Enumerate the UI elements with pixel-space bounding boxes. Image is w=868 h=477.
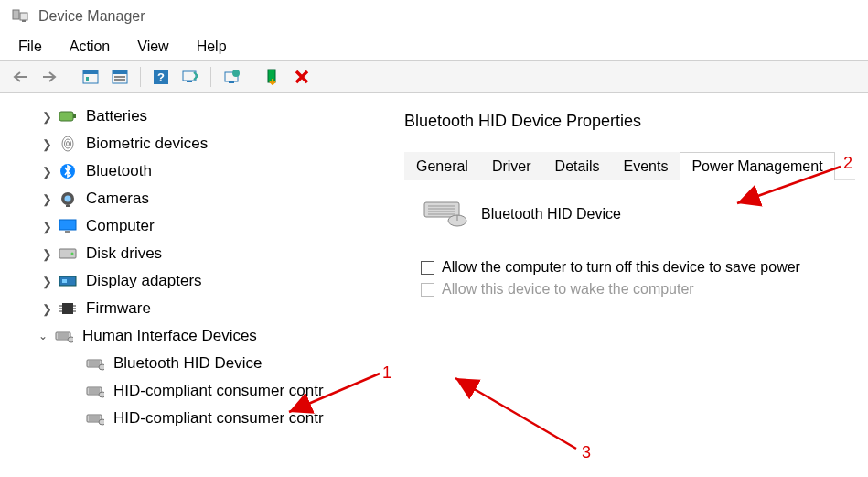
tree-item-hid-consumer-2[interactable]: HID-compliant consumer contr [0,405,391,432]
svg-rect-26 [66,205,70,207]
toolbar-separator [70,67,70,87]
svg-rect-9 [114,79,125,81]
tab-driver[interactable]: Driver [480,152,543,180]
svg-point-25 [65,196,71,202]
show-hidden-button[interactable] [78,64,103,90]
svg-text:?: ? [157,70,165,84]
svg-rect-1 [20,13,27,20]
checkbox-icon[interactable] [421,261,434,275]
forward-button[interactable] [37,64,62,90]
tree-item-bluetooth-hid[interactable]: Bluetooth HID Device [0,350,391,377]
scan-hardware-button[interactable] [177,64,203,90]
svg-rect-28 [65,231,70,233]
menu-view[interactable]: View [132,37,174,57]
chevron-down-icon[interactable]: ⌄ [37,330,49,342]
svg-rect-32 [62,279,67,283]
titlebar: Device Manager [0,0,868,33]
svg-rect-60 [424,202,459,217]
tree-item-cameras[interactable]: ❯ Cameras [0,185,391,212]
bluetooth-icon [59,162,77,180]
hid-icon [55,327,73,345]
tree-item-label: Bluetooth [86,162,152,180]
menu-action[interactable]: Action [64,37,115,57]
chevron-right-icon[interactable]: ❯ [40,275,53,288]
tree-item-disk-drives[interactable]: ❯ Disk drives [0,240,391,267]
hid-icon [86,354,104,373]
checkbox-allow-turn-off[interactable]: Allow the computer to turn off this devi… [404,256,855,278]
tree-item-label: HID-compliant consumer contr [113,409,324,428]
svg-rect-15 [229,81,234,83]
svg-point-54 [99,392,104,397]
toolbar: ? [0,60,868,93]
tab-general[interactable]: General [404,152,480,180]
properties-button[interactable] [107,64,133,90]
tab-events[interactable]: Events [612,152,680,180]
tree-item-biometric[interactable]: ❯ Biometric devices [0,130,391,157]
toolbar-separator [210,67,211,87]
fingerprint-icon [59,135,77,153]
svg-point-16 [232,70,240,77]
tree-item-label: Human Interface Devices [82,327,257,345]
tree-item-display-adapters[interactable]: ❯ Display adapters [0,267,391,295]
svg-point-21 [65,139,71,148]
properties-panel: Bluetooth HID Device Properties General … [391,93,868,477]
device-name: Bluetooth HID Device [481,206,621,222]
checkbox-icon [421,283,434,297]
svg-point-44 [68,337,73,342]
tree-item-bluetooth[interactable]: ❯ Bluetooth [0,157,391,185]
tree-item-firmware[interactable]: ❯ Firmware [0,295,391,322]
device-tree[interactable]: ❯ Batteries ❯ Biometric devices ❯ Blueto… [0,93,391,477]
back-button[interactable] [7,64,33,90]
tree-item-computer[interactable]: ❯ Computer [0,212,391,240]
enable-device-button[interactable] [260,64,285,90]
chevron-right-icon[interactable]: ❯ [40,302,53,316]
svg-rect-5 [86,77,89,81]
tree-item-label: Display adapters [86,272,202,290]
svg-point-59 [99,419,104,425]
properties-tabs: General Driver Details Events Power Mana… [404,151,855,180]
svg-point-22 [67,142,70,146]
tab-power-management[interactable]: Power Management [680,152,834,180]
menu-file[interactable]: File [13,37,48,57]
svg-rect-4 [83,70,98,74]
svg-point-20 [62,136,73,151]
tree-item-label: Computer [86,217,155,235]
checkbox-allow-wake: Allow this device to wake the computer [404,278,855,300]
tree-item-hid[interactable]: ⌄ Human Interface Devices [0,322,391,350]
chevron-right-icon[interactable]: ❯ [40,137,53,151]
chevron-right-icon[interactable]: ❯ [40,110,53,124]
menu-help[interactable]: Help [191,37,232,57]
help-button[interactable]: ? [148,64,174,90]
svg-point-49 [99,364,104,370]
tree-item-label: Cameras [86,190,149,208]
chip-icon [59,299,77,318]
uninstall-device-button[interactable] [289,64,315,90]
properties-title: Bluetooth HID Device Properties [404,112,855,151]
menubar: File Action View Help [0,33,868,60]
tree-item-hid-consumer-1[interactable]: HID-compliant consumer contr [0,377,391,405]
checkbox-label: Allow this device to wake the computer [442,281,694,298]
svg-rect-8 [114,76,125,78]
window-title: Device Manager [38,8,145,25]
svg-point-30 [71,253,74,255]
svg-rect-2 [22,20,26,22]
hid-icon [86,409,104,428]
svg-rect-33 [62,303,73,314]
update-driver-button[interactable] [219,64,244,90]
hid-device-icon [421,197,468,231]
svg-rect-18 [59,112,73,121]
monitor-icon [59,217,77,235]
device-manager-icon [11,7,29,26]
camera-icon [59,190,77,208]
tree-item-label: Biometric devices [86,135,208,153]
gpu-icon [59,272,77,290]
svg-rect-19 [73,114,76,118]
chevron-right-icon[interactable]: ❯ [40,165,53,179]
tree-item-batteries[interactable]: ❯ Batteries [0,103,391,130]
tree-item-label: Disk drives [86,244,162,263]
tab-details[interactable]: Details [543,152,612,180]
chevron-right-icon[interactable]: ❯ [40,220,53,233]
chevron-right-icon[interactable]: ❯ [40,247,53,261]
disk-icon [59,244,77,263]
chevron-right-icon[interactable]: ❯ [40,192,53,206]
